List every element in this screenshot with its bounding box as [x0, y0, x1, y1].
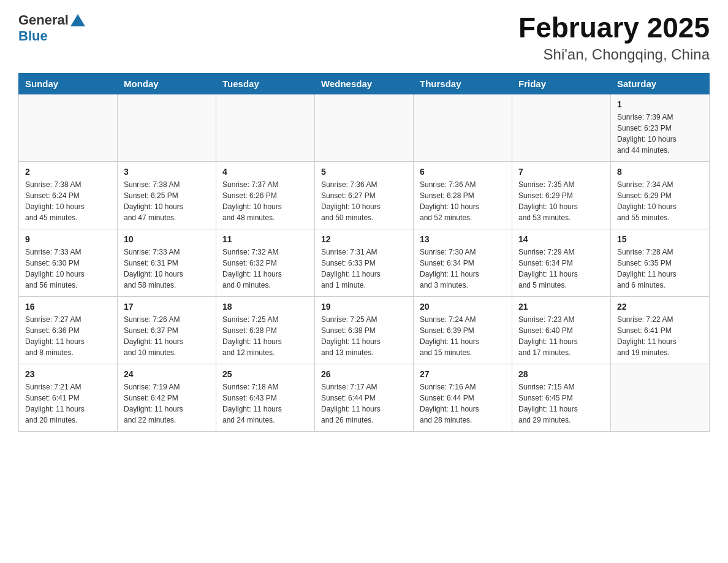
calendar-cell: 6Sunrise: 7:36 AM Sunset: 6:28 PM Daylig… — [414, 161, 512, 229]
calendar-cell: 16Sunrise: 7:27 AM Sunset: 6:36 PM Dayli… — [19, 296, 118, 364]
calendar-cell — [118, 94, 216, 161]
day-number: 19 — [321, 302, 407, 312]
day-number: 16 — [25, 302, 111, 312]
day-info: Sunrise: 7:16 AM Sunset: 6:44 PM Dayligh… — [420, 381, 506, 426]
day-info: Sunrise: 7:38 AM Sunset: 6:24 PM Dayligh… — [25, 179, 111, 223]
day-number: 10 — [124, 234, 210, 244]
calendar-cell: 3Sunrise: 7:38 AM Sunset: 6:25 PM Daylig… — [118, 161, 216, 229]
calendar-cell — [315, 94, 414, 161]
day-number: 1 — [617, 99, 703, 109]
day-number: 2 — [25, 167, 111, 177]
day-info: Sunrise: 7:25 AM Sunset: 6:38 PM Dayligh… — [222, 314, 308, 358]
calendar-cell: 21Sunrise: 7:23 AM Sunset: 6:40 PM Dayli… — [512, 296, 611, 364]
calendar-cell: 22Sunrise: 7:22 AM Sunset: 6:41 PM Dayli… — [611, 296, 710, 364]
day-info: Sunrise: 7:36 AM Sunset: 6:27 PM Dayligh… — [321, 179, 407, 223]
calendar-cell: 18Sunrise: 7:25 AM Sunset: 6:38 PM Dayli… — [216, 296, 315, 364]
day-number: 7 — [518, 167, 604, 177]
calendar-cell: 15Sunrise: 7:28 AM Sunset: 6:35 PM Dayli… — [611, 229, 710, 296]
day-number: 9 — [25, 234, 111, 244]
header-wednesday: Wednesday — [315, 73, 414, 94]
calendar-cell: 4Sunrise: 7:37 AM Sunset: 6:26 PM Daylig… — [216, 161, 315, 229]
calendar-header-row: Sunday Monday Tuesday Wednesday Thursday… — [19, 73, 710, 94]
day-info: Sunrise: 7:25 AM Sunset: 6:38 PM Dayligh… — [321, 314, 407, 358]
calendar-cell: 28Sunrise: 7:15 AM Sunset: 6:45 PM Dayli… — [512, 364, 611, 431]
calendar-cell: 17Sunrise: 7:26 AM Sunset: 6:37 PM Dayli… — [118, 296, 216, 364]
calendar-cell: 19Sunrise: 7:25 AM Sunset: 6:38 PM Dayli… — [315, 296, 414, 364]
day-number: 12 — [321, 234, 407, 244]
day-info: Sunrise: 7:35 AM Sunset: 6:29 PM Dayligh… — [518, 179, 604, 223]
day-info: Sunrise: 7:37 AM Sunset: 6:26 PM Dayligh… — [222, 179, 308, 223]
day-number: 20 — [420, 302, 506, 312]
calendar-cell — [216, 94, 315, 161]
day-number: 13 — [420, 234, 506, 244]
page-header: General Blue February 2025 Shi'an, Chong… — [18, 12, 710, 63]
day-number: 17 — [124, 302, 210, 312]
day-number: 22 — [617, 302, 703, 312]
title-block: February 2025 Shi'an, Chongqing, China — [518, 12, 710, 63]
day-info: Sunrise: 7:30 AM Sunset: 6:34 PM Dayligh… — [420, 247, 506, 291]
logo-general-text: General — [18, 12, 69, 28]
calendar-cell: 27Sunrise: 7:16 AM Sunset: 6:44 PM Dayli… — [414, 364, 512, 431]
day-info: Sunrise: 7:31 AM Sunset: 6:33 PM Dayligh… — [321, 247, 407, 291]
day-number: 6 — [420, 167, 506, 177]
header-monday: Monday — [118, 73, 216, 94]
header-tuesday: Tuesday — [216, 73, 315, 94]
calendar-week-row: 1Sunrise: 7:39 AM Sunset: 6:23 PM Daylig… — [19, 94, 710, 161]
day-number: 4 — [222, 167, 308, 177]
logo: General Blue — [18, 12, 85, 44]
day-number: 24 — [124, 369, 210, 379]
day-info: Sunrise: 7:29 AM Sunset: 6:34 PM Dayligh… — [518, 247, 604, 291]
calendar-cell: 9Sunrise: 7:33 AM Sunset: 6:30 PM Daylig… — [19, 229, 118, 296]
day-info: Sunrise: 7:17 AM Sunset: 6:44 PM Dayligh… — [321, 381, 407, 426]
calendar-week-row: 9Sunrise: 7:33 AM Sunset: 6:30 PM Daylig… — [19, 229, 710, 296]
day-number: 8 — [617, 167, 703, 177]
day-info: Sunrise: 7:36 AM Sunset: 6:28 PM Dayligh… — [420, 179, 506, 223]
calendar-cell: 26Sunrise: 7:17 AM Sunset: 6:44 PM Dayli… — [315, 364, 414, 431]
calendar-cell: 23Sunrise: 7:21 AM Sunset: 6:41 PM Dayli… — [19, 364, 118, 431]
header-friday: Friday — [512, 73, 611, 94]
day-info: Sunrise: 7:33 AM Sunset: 6:31 PM Dayligh… — [124, 247, 210, 291]
day-number: 14 — [518, 234, 604, 244]
calendar-week-row: 2Sunrise: 7:38 AM Sunset: 6:24 PM Daylig… — [19, 161, 710, 229]
calendar-title: February 2025 — [518, 12, 710, 44]
day-info: Sunrise: 7:39 AM Sunset: 6:23 PM Dayligh… — [617, 112, 703, 156]
day-info: Sunrise: 7:19 AM Sunset: 6:42 PM Dayligh… — [124, 381, 210, 426]
day-number: 27 — [420, 369, 506, 379]
day-number: 15 — [617, 234, 703, 244]
calendar-cell: 13Sunrise: 7:30 AM Sunset: 6:34 PM Dayli… — [414, 229, 512, 296]
calendar-cell — [19, 94, 118, 161]
header-sunday: Sunday — [19, 73, 118, 94]
day-info: Sunrise: 7:22 AM Sunset: 6:41 PM Dayligh… — [617, 314, 703, 358]
logo-blue-text: Blue — [18, 28, 48, 44]
day-info: Sunrise: 7:18 AM Sunset: 6:43 PM Dayligh… — [222, 381, 308, 426]
day-info: Sunrise: 7:15 AM Sunset: 6:45 PM Dayligh… — [518, 381, 604, 426]
day-number: 3 — [124, 167, 210, 177]
day-info: Sunrise: 7:33 AM Sunset: 6:30 PM Dayligh… — [25, 247, 111, 291]
day-number: 21 — [518, 302, 604, 312]
day-number: 18 — [222, 302, 308, 312]
calendar-cell — [414, 94, 512, 161]
calendar-week-row: 23Sunrise: 7:21 AM Sunset: 6:41 PM Dayli… — [19, 364, 710, 431]
day-info: Sunrise: 7:26 AM Sunset: 6:37 PM Dayligh… — [124, 314, 210, 358]
day-number: 26 — [321, 369, 407, 379]
day-info: Sunrise: 7:21 AM Sunset: 6:41 PM Dayligh… — [25, 381, 111, 426]
day-info: Sunrise: 7:38 AM Sunset: 6:25 PM Dayligh… — [124, 179, 210, 223]
calendar-cell: 24Sunrise: 7:19 AM Sunset: 6:42 PM Dayli… — [118, 364, 216, 431]
calendar-cell: 20Sunrise: 7:24 AM Sunset: 6:39 PM Dayli… — [414, 296, 512, 364]
day-number: 28 — [518, 369, 604, 379]
header-thursday: Thursday — [414, 73, 512, 94]
calendar-cell: 5Sunrise: 7:36 AM Sunset: 6:27 PM Daylig… — [315, 161, 414, 229]
calendar-cell: 10Sunrise: 7:33 AM Sunset: 6:31 PM Dayli… — [118, 229, 216, 296]
day-number: 5 — [321, 167, 407, 177]
calendar-table: Sunday Monday Tuesday Wednesday Thursday… — [18, 73, 710, 432]
day-info: Sunrise: 7:28 AM Sunset: 6:35 PM Dayligh… — [617, 247, 703, 291]
calendar-week-row: 16Sunrise: 7:27 AM Sunset: 6:36 PM Dayli… — [19, 296, 710, 364]
calendar-cell: 14Sunrise: 7:29 AM Sunset: 6:34 PM Dayli… — [512, 229, 611, 296]
calendar-cell: 8Sunrise: 7:34 AM Sunset: 6:29 PM Daylig… — [611, 161, 710, 229]
calendar-cell: 7Sunrise: 7:35 AM Sunset: 6:29 PM Daylig… — [512, 161, 611, 229]
calendar-subtitle: Shi'an, Chongqing, China — [518, 46, 710, 63]
day-info: Sunrise: 7:23 AM Sunset: 6:40 PM Dayligh… — [518, 314, 604, 358]
calendar-cell: 12Sunrise: 7:31 AM Sunset: 6:33 PM Dayli… — [315, 229, 414, 296]
day-info: Sunrise: 7:27 AM Sunset: 6:36 PM Dayligh… — [25, 314, 111, 358]
calendar-cell — [512, 94, 611, 161]
